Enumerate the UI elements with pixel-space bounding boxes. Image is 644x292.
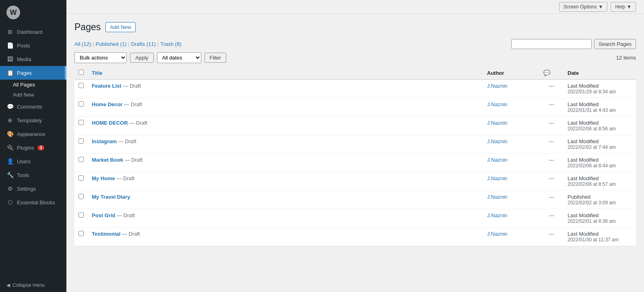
row-author-cell: J.Naznin xyxy=(483,191,539,209)
row-comments-cell: — xyxy=(539,80,564,98)
row-checkbox-cell xyxy=(74,117,88,135)
title-sort-link[interactable]: Title xyxy=(92,70,103,76)
table-row: Post Grid — DraftJ.Naznin—Last Modified2… xyxy=(74,209,636,228)
row-checkbox[interactable] xyxy=(78,120,84,125)
sep2: | xyxy=(128,41,129,47)
page-title-link[interactable]: Home Decor xyxy=(92,101,123,107)
sidebar-item-label: Pages xyxy=(17,70,32,76)
page-title-link[interactable]: Instagram xyxy=(92,138,117,144)
filter-published-link[interactable]: Published (1) xyxy=(96,41,127,47)
search-pages-button[interactable]: Search Pages xyxy=(594,39,636,49)
filter-all-link[interactable]: All (12) xyxy=(74,41,91,47)
sidebar-item-templately[interactable]: ⊕ Templately xyxy=(0,113,66,127)
sidebar-item-comments[interactable]: 💬 Comments xyxy=(0,100,66,113)
date-status: Last Modified xyxy=(568,212,632,218)
sidebar-item-label: Settings xyxy=(17,186,36,192)
sidebar-item-media[interactable]: 🖼 Media xyxy=(0,52,66,66)
filter-trash-link[interactable]: Trash (8) xyxy=(160,41,181,47)
date-value: 2022/02/06 at 8:56 am xyxy=(568,126,632,132)
sidebar-item-plugins[interactable]: 🔌 Plugins 3 xyxy=(0,141,66,154)
sidebar-item-settings[interactable]: ⚙ Settings xyxy=(0,182,66,195)
author-link[interactable]: J.Naznin xyxy=(487,175,508,181)
screen-options-button[interactable]: Screen Options ▼ xyxy=(559,2,608,12)
apply-button[interactable]: Apply xyxy=(130,53,154,63)
sidebar-sub-add-new[interactable]: Add New xyxy=(0,90,66,100)
row-title-cell: Instagram — Draft xyxy=(88,135,483,154)
row-checkbox[interactable] xyxy=(78,175,84,181)
row-checkbox[interactable] xyxy=(78,83,84,88)
top-bar: Screen Options ▼ Help ▼ xyxy=(66,0,644,14)
sidebar-item-essential-blocks[interactable]: ⬡ Essential Blocks xyxy=(0,195,66,209)
date-filter-select[interactable]: All dates xyxy=(157,52,201,63)
sidebar-item-label: Plugins xyxy=(17,145,34,151)
page-header: Pages Add New xyxy=(74,22,636,33)
row-date-cell: Last Modified2022/01/29 at 8:34 am xyxy=(564,80,636,98)
page-title-link[interactable]: My Travel Diary xyxy=(92,194,130,200)
page-title-link[interactable]: HOME DECOR xyxy=(92,120,128,126)
filter-button[interactable]: Filter xyxy=(204,53,227,63)
row-author-cell: J.Naznin xyxy=(483,228,539,246)
sep3: | xyxy=(157,41,159,47)
row-author-cell: J.Naznin xyxy=(483,117,539,135)
posts-icon: 📄 xyxy=(6,42,14,49)
sub-item-label: All Pages xyxy=(13,82,35,88)
sidebar-item-users[interactable]: 👤 Users xyxy=(0,154,66,168)
filter-links: All (12) | Published (1) | Drafts (11) |… xyxy=(74,41,182,47)
sidebar: W ⊞ Dashboard 📄 Posts 🖼 Media 📋 Pages Al… xyxy=(0,0,66,292)
date-value: 2022/02/06 at 8:57 am xyxy=(568,181,632,187)
row-title-cell: Home Decor — Draft xyxy=(88,98,483,117)
users-icon: 👤 xyxy=(6,158,14,165)
row-checkbox[interactable] xyxy=(78,138,84,144)
author-link[interactable]: J.Naznin xyxy=(487,194,508,200)
help-button[interactable]: Help ▼ xyxy=(611,2,636,12)
date-value: 2022/02/02 at 3:09 am xyxy=(568,200,632,206)
sidebar-item-appearance[interactable]: 🎨 Appearance xyxy=(0,127,66,141)
bulk-actions-select[interactable]: Bulk actions Edit Move to Trash xyxy=(74,52,127,63)
author-link[interactable]: J.Naznin xyxy=(487,157,508,163)
date-value: 2022/01/30 at 11:37 am xyxy=(568,237,632,243)
sidebar-item-tools[interactable]: 🔧 Tools xyxy=(0,168,66,182)
sidebar-sub-all-pages[interactable]: All Pages xyxy=(0,80,66,90)
comments-icon: 💬 xyxy=(6,103,14,110)
date-value: 2022/02/06 at 8:44 am xyxy=(568,163,632,169)
page-title-link[interactable]: Post Grid xyxy=(92,212,116,218)
date-status: Last Modified xyxy=(568,157,632,163)
author-link[interactable]: J.Naznin xyxy=(487,231,508,237)
page-title-link[interactable]: Market Book xyxy=(92,157,123,163)
row-date-cell: Last Modified2022/02/06 at 8:57 am xyxy=(564,172,636,191)
author-link[interactable]: J.Naznin xyxy=(487,138,508,144)
row-checkbox[interactable] xyxy=(78,231,84,236)
row-comments-cell: — xyxy=(539,98,564,117)
author-link[interactable]: J.Naznin xyxy=(487,101,508,107)
sidebar-item-label: Users xyxy=(17,158,31,165)
sidebar-item-posts[interactable]: 📄 Posts xyxy=(0,39,66,52)
media-icon: 🖼 xyxy=(6,56,14,63)
filter-drafts-link[interactable]: Drafts (11) xyxy=(131,41,156,47)
sidebar-item-dashboard[interactable]: ⊞ Dashboard xyxy=(0,25,66,39)
row-checkbox[interactable] xyxy=(78,212,84,218)
select-all-checkbox[interactable] xyxy=(78,70,84,75)
author-link[interactable]: J.Naznin xyxy=(487,120,508,126)
author-link[interactable]: J.Naznin xyxy=(487,212,508,218)
row-date-cell: Last Modified2022/02/02 at 7:44 am xyxy=(564,135,636,154)
sidebar-item-label: Comments xyxy=(17,104,42,110)
row-checkbox-cell xyxy=(74,98,88,117)
row-checkbox-cell xyxy=(74,228,88,246)
date-status: Last Modified xyxy=(568,231,632,237)
sidebar-item-pages[interactable]: 📋 Pages xyxy=(0,66,66,80)
page-title-link[interactable]: Feature List xyxy=(92,83,122,89)
search-pages-input[interactable] xyxy=(511,39,592,49)
add-new-button[interactable]: Add New xyxy=(105,22,136,32)
sep1: | xyxy=(93,41,94,47)
row-date-cell: Last Modified2022/01/30 at 11:37 am xyxy=(564,228,636,246)
row-checkbox[interactable] xyxy=(78,101,84,107)
page-title-link[interactable]: My Home xyxy=(92,175,115,181)
row-checkbox[interactable] xyxy=(78,194,84,199)
author-link[interactable]: J.Naznin xyxy=(487,83,508,89)
sidebar-item-label: Essential Blocks xyxy=(17,199,55,206)
page-title-link[interactable]: Testimonial xyxy=(92,231,120,237)
row-checkbox[interactable] xyxy=(78,157,84,162)
comments-dash: — xyxy=(549,120,554,126)
sidebar-item-label: Templately xyxy=(17,117,42,123)
collapse-menu-button[interactable]: ◀ Collapse menu xyxy=(0,278,66,292)
